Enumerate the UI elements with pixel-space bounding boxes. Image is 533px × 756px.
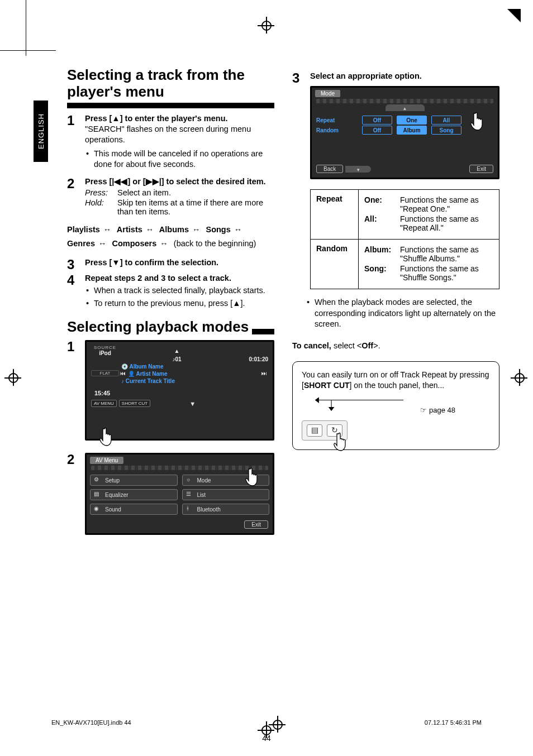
heading-bar-icon — [252, 329, 274, 334]
step-number: 2 — [67, 452, 74, 467]
step-number: 3 — [67, 257, 74, 272]
mode-icon: ☼ — [186, 476, 194, 484]
equalizer-icon: ▤ — [94, 491, 102, 499]
touch-hand-icon — [97, 425, 119, 448]
right-step3-title: Select an appropriate option. — [310, 71, 499, 80]
step4-title: Repeat steps 2 and 3 to select a track. — [85, 274, 274, 283]
av-menu-title: AV Menu — [90, 457, 123, 464]
option-album[interactable]: Album — [397, 126, 427, 135]
menu-item-setup[interactable]: ⚙Setup — [90, 475, 178, 486]
option-one[interactable]: One — [397, 116, 427, 125]
cut-corner-icon — [507, 9, 521, 22]
menu-item-list[interactable]: ☰List — [182, 489, 270, 500]
bluetooth-icon: ᚼ — [186, 505, 194, 513]
artist-name: 👤 Artist Name — [128, 371, 168, 377]
hint-shortcut-label: SHORT CUT — [304, 381, 350, 390]
track-title: ♪ Current Track Title — [121, 378, 268, 384]
shortcut-hint-box: You can easily turn on or off Track Repe… — [292, 361, 499, 450]
registration-mark-left — [8, 372, 19, 384]
step4-bullet: To return to the previous menu, press [▲… — [85, 298, 274, 309]
cancel-instruction: To cancel, select <Off>. — [292, 341, 499, 350]
press-text: Select an item. — [117, 188, 274, 197]
repeat-icon[interactable]: ↻ — [327, 424, 342, 437]
svg-marker-1 — [315, 397, 319, 403]
language-tab: ENGLISH — [34, 101, 48, 162]
step-number: 4 — [67, 272, 74, 288]
mode-screen[interactable]: Mode Repeat Off One All — [310, 86, 499, 179]
album-name: 💿 Album Name — [121, 363, 268, 370]
step-number: 3 — [292, 70, 299, 86]
crop-mark-horizontal — [0, 50, 56, 51]
back-button[interactable]: Back — [316, 165, 343, 173]
prev-track-icon[interactable]: ⏮ — [119, 370, 127, 376]
table-row-label: Repeat — [311, 190, 359, 240]
step4-bullet: When a track is selected finally, playba… — [85, 285, 274, 296]
shortcut-button[interactable]: SHORT CUT — [119, 400, 150, 407]
exit-button[interactable]: Exit — [469, 165, 493, 173]
table-row-label: Random — [311, 240, 359, 289]
section-title-select-track: Selecting a track from the player's menu — [67, 67, 274, 101]
press-definition: Press:Select an item. — [85, 188, 274, 197]
equalizer-icon[interactable]: ▤ — [307, 424, 322, 437]
mode-title: Mode — [315, 90, 340, 97]
menu-item-mode[interactable]: ☼Mode — [182, 475, 270, 486]
section-title-playback-modes: Selecting playback modes — [67, 319, 249, 336]
menu-item-equalizer[interactable]: ▤Equalizer — [90, 489, 178, 500]
playback-note: When the playback modes are selected, th… — [306, 297, 499, 330]
option-all[interactable]: All — [431, 116, 461, 125]
left-column: Selecting a track from the player's menu… — [67, 67, 274, 542]
list-icon: ☰ — [186, 491, 194, 499]
option-off[interactable]: Off — [362, 126, 392, 135]
table-cell: Functions the same as "Repeat One." — [400, 195, 493, 213]
step1-title: Press [▲] to enter the player's menu. — [85, 114, 274, 123]
footer-timestamp: 07.12.17 5:46:31 PM — [425, 719, 482, 730]
hint-arrow-icon — [314, 394, 403, 411]
down-tab-icon[interactable] — [345, 166, 371, 173]
step1-bullet: This mode will be canceled if no operati… — [85, 149, 274, 170]
clock: 15:45 — [94, 390, 110, 396]
registration-mark-right — [514, 372, 525, 384]
footer-file: EN_KW-AVX710[EU].indb 44 — [51, 719, 131, 730]
table-cell: Functions the same as "Shuffle Songs." — [400, 264, 493, 282]
up-arrow-icon[interactable] — [174, 348, 180, 354]
step-number: 1 — [67, 339, 74, 355]
hold-definition: Hold:Skip ten items at a time if there a… — [85, 198, 274, 216]
crop-mark-vertical — [26, 0, 26, 56]
options-table: Repeat One:Functions the same as "Repeat… — [310, 189, 499, 289]
elapsed-time: 0:01:20 — [235, 356, 268, 362]
next-track-icon[interactable]: ⏭ — [260, 370, 268, 376]
gear-icon: ⚙ — [94, 476, 102, 484]
track-number: ♪01 — [119, 356, 235, 362]
page-number: 44 — [0, 734, 533, 743]
menu-navigation-chain: Playlists↔ Artists↔ Albums↔ Songs↔ Genre… — [67, 223, 274, 250]
step1-body: "SEARCH" flashes on the screen during me… — [85, 124, 274, 146]
option-song[interactable]: Song — [431, 126, 461, 135]
step-number: 2 — [67, 176, 74, 192]
av-menu-button[interactable]: AV MENU — [91, 400, 117, 407]
down-arrow-icon[interactable] — [189, 400, 196, 407]
source-value: iPod — [91, 350, 119, 356]
source-label: SOURCE — [91, 345, 119, 350]
player-screen[interactable]: SOURCE iPod ♪01 0:01:20 💿 Album Name — [85, 340, 274, 441]
svg-marker-3 — [329, 407, 335, 411]
exit-button[interactable]: Exit — [244, 520, 268, 529]
row-label-repeat: Repeat — [316, 117, 360, 123]
heading-bar-icon — [67, 103, 274, 108]
right-column: 3 Select an appropriate option. Mode Rep… — [292, 67, 499, 542]
shortcut-toolbar: ▤ ↻ — [302, 420, 348, 441]
option-off[interactable]: Off — [362, 116, 392, 125]
row-label-random: Random — [316, 127, 360, 133]
up-tab-icon[interactable] — [386, 104, 425, 111]
sound-icon: ◉ — [94, 505, 102, 513]
table-cell: Functions the same as "Shuffle Albums." — [400, 245, 493, 263]
registration-mark-footer — [272, 719, 283, 730]
registration-mark-top — [261, 20, 272, 31]
av-menu-screen[interactable]: AV Menu ⚙Setup ☼Mode ▤Equalizer ☰List ◉S… — [85, 453, 274, 535]
menu-item-sound[interactable]: ◉Sound — [90, 504, 178, 515]
step2-title: Press [|◀◀] or [▶▶|] to select the desir… — [85, 177, 274, 186]
step-number: 1 — [67, 113, 74, 128]
menu-item-bluetooth[interactable]: ᚼBluetooth — [182, 504, 270, 515]
hint-text: ] on the touch panel, then... — [350, 381, 445, 390]
hold-text: Skip ten items at a time if there are mo… — [117, 198, 274, 216]
page-reference: ☞ page 48 — [420, 405, 455, 415]
